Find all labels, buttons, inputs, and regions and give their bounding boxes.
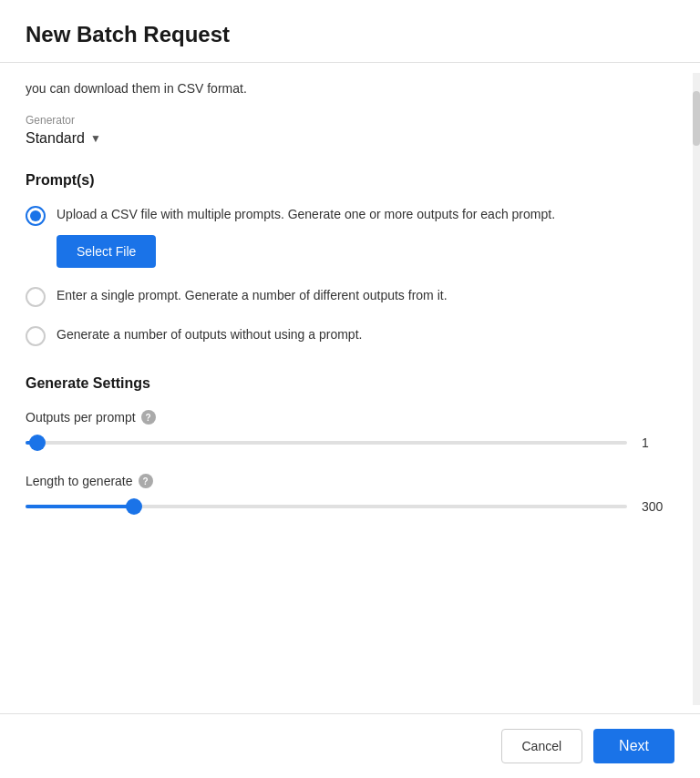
prompt-option-csv-content: Upload a CSV file with multiple prompts.… [57, 205, 674, 268]
outputs-per-prompt-label-row: Outputs per prompt ? [26, 410, 674, 425]
scrollbar[interactable] [693, 73, 700, 705]
new-batch-request-dialog: New Batch Request you can download them … [0, 0, 700, 778]
dialog-body: you can download them in CSV format. Gen… [0, 63, 700, 713]
outputs-slider-track [26, 441, 627, 445]
dialog-footer: Cancel Next [0, 713, 700, 778]
length-slider-thumb[interactable] [126, 498, 142, 515]
chevron-down-icon: ▼ [90, 132, 101, 145]
prompt-option-none-text: Generate a number of outputs without usi… [57, 327, 362, 342]
outputs-per-prompt-slider[interactable] [26, 434, 627, 452]
generator-field: Generator Standard ▼ [26, 114, 674, 147]
prompt-option-single[interactable]: Enter a single prompt. Generate a number… [26, 286, 674, 307]
prompt-option-single-text: Enter a single prompt. Generate a number… [57, 288, 448, 302]
outputs-per-prompt-slider-row: 1 [26, 434, 674, 452]
length-to-generate-label: Length to generate [26, 474, 133, 488]
prompt-option-none-content: Generate a number of outputs without usi… [57, 325, 674, 344]
radio-none[interactable] [26, 326, 46, 346]
cancel-button[interactable]: Cancel [501, 729, 583, 763]
prompt-radio-group: Upload a CSV file with multiple prompts.… [26, 205, 674, 346]
length-slider-track [26, 505, 627, 508]
prompt-option-csv-text: Upload a CSV file with multiple prompts.… [57, 207, 555, 221]
prompts-section-title: Prompt(s) [26, 172, 674, 189]
length-to-generate-slider[interactable] [26, 497, 627, 516]
outputs-per-prompt-label: Outputs per prompt [26, 410, 136, 425]
prompt-option-none[interactable]: Generate a number of outputs without usi… [26, 325, 674, 346]
dialog-header: New Batch Request [0, 0, 700, 63]
outputs-help-icon[interactable]: ? [141, 410, 156, 425]
length-to-generate-label-row: Length to generate ? [26, 474, 674, 488]
radio-csv[interactable] [26, 206, 46, 226]
length-to-generate-value: 300 [642, 499, 674, 514]
generator-label: Generator [26, 114, 674, 127]
generator-select[interactable]: Standard ▼ [26, 130, 674, 147]
outputs-per-prompt-value: 1 [642, 435, 674, 450]
select-file-button[interactable]: Select File [57, 235, 156, 268]
generator-value: Standard [26, 130, 85, 147]
length-to-generate-field: Length to generate ? 300 [26, 474, 674, 516]
prompt-option-single-content: Enter a single prompt. Generate a number… [57, 286, 674, 305]
radio-single[interactable] [26, 287, 46, 307]
next-button[interactable]: Next [593, 729, 674, 763]
length-slider-fill [26, 505, 134, 508]
outputs-per-prompt-field: Outputs per prompt ? 1 [26, 410, 674, 452]
prompt-option-csv[interactable]: Upload a CSV file with multiple prompts.… [26, 205, 674, 268]
generate-settings-title: Generate Settings [26, 375, 674, 392]
outputs-slider-thumb[interactable] [29, 435, 46, 451]
intro-text: you can download them in CSV format. [26, 81, 674, 96]
scrollbar-thumb[interactable] [693, 91, 700, 146]
prompts-section: Prompt(s) Upload a CSV file with multipl… [26, 172, 674, 346]
generate-settings-section: Generate Settings Outputs per prompt ? 1 [26, 375, 674, 516]
length-help-icon[interactable]: ? [139, 474, 153, 488]
length-to-generate-slider-row: 300 [26, 497, 674, 516]
dialog-title: New Batch Request [26, 22, 674, 47]
